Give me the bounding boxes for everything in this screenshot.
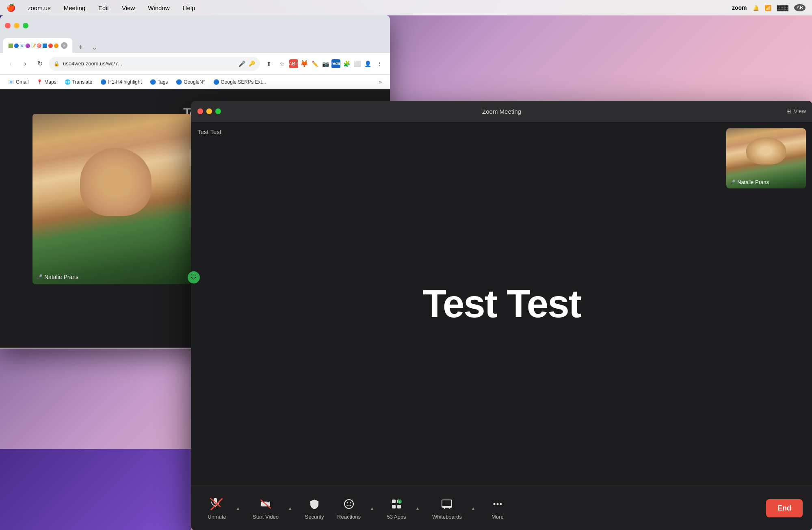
- whiteboards-group: Whiteboards ▲: [426, 493, 481, 523]
- svg-text:+: +: [399, 500, 401, 504]
- user-avatar-icon[interactable]: AB: [794, 4, 806, 11]
- apps-group: + 53 Apps ▲: [380, 493, 426, 523]
- fox-extension[interactable]: 🦊: [300, 59, 309, 68]
- favicon-1: 🟩: [8, 43, 13, 48]
- svg-point-19: [496, 503, 498, 505]
- microphone-muted-icon: [210, 497, 224, 511]
- more-label: More: [492, 514, 504, 520]
- chrome-close-button[interactable]: [5, 23, 11, 28]
- zoom-traffic-lights: [197, 108, 221, 114]
- adblock-extension[interactable]: ABP: [289, 59, 298, 68]
- bookmark-h1h4[interactable]: 🔵 H1-H4 highlight: [97, 78, 145, 87]
- video-group: Start Video ▲: [246, 493, 298, 523]
- video-chevron[interactable]: ▲: [285, 500, 295, 517]
- reactions-emoji-icon: [342, 497, 356, 511]
- maps-icon: 📍: [37, 79, 43, 85]
- whiteboards-icon: [440, 497, 454, 511]
- reactions-group: Reactions ▲: [331, 493, 380, 523]
- forward-button[interactable]: ›: [19, 58, 31, 69]
- zoom-close-button[interactable]: [197, 108, 203, 114]
- new-tab-button[interactable]: +: [75, 41, 86, 53]
- zoom-maximize-button[interactable]: [215, 108, 221, 114]
- chrome-maximize-button[interactable]: [23, 23, 28, 28]
- reactions-chevron[interactable]: ▲: [367, 500, 377, 517]
- whiteboards-chevron[interactable]: ▲: [468, 500, 478, 517]
- end-meeting-button[interactable]: End: [766, 499, 803, 517]
- apps-chevron[interactable]: ▲: [413, 500, 422, 517]
- favicon-3: 📧: [19, 43, 24, 48]
- chrome-menu-button[interactable]: ⋮: [374, 58, 385, 69]
- favicon-5: 📝: [31, 43, 36, 48]
- zoom-main-display-text: Test Test: [422, 281, 580, 326]
- more-button[interactable]: More: [481, 493, 514, 523]
- edit-menu[interactable]: Edit: [96, 4, 111, 12]
- share-button[interactable]: ⬆: [263, 58, 275, 69]
- zoom-main-area: Test Test 🎤 Natalie Prans Test Test: [191, 122, 812, 486]
- microphone-icon[interactable]: 🎤: [238, 61, 245, 67]
- redir-extension[interactable]: redir: [331, 59, 340, 68]
- security-shield-icon: [307, 497, 322, 511]
- serps-icon: 🔵: [213, 79, 219, 85]
- more-dots-icon: [490, 497, 505, 511]
- desktop-accent-area: [0, 449, 191, 530]
- svg-point-5: [344, 500, 353, 508]
- back-button[interactable]: ‹: [5, 58, 16, 69]
- wifi-icon[interactable]: 📶: [765, 5, 771, 11]
- unmute-button[interactable]: Unmute: [201, 493, 233, 523]
- bookmark-more-button[interactable]: »: [376, 78, 385, 87]
- profile-extension[interactable]: 👤: [363, 59, 372, 68]
- bookmark-gmail[interactable]: 📧 Gmail: [5, 78, 32, 87]
- zoom-titlebar: Zoom Meeting ⊞ View: [191, 101, 812, 122]
- view-menu[interactable]: View: [119, 4, 137, 12]
- security-button[interactable]: Security: [298, 493, 331, 523]
- svg-rect-3: [261, 502, 268, 506]
- svg-point-20: [500, 503, 502, 505]
- zoom-thumb-participant-name: 🎤 Natalie Prans: [730, 179, 769, 185]
- address-bar[interactable]: 🔒 us04web.zoom.us/wc/7... 🎤 🔑: [49, 57, 260, 71]
- svg-point-6: [347, 502, 348, 504]
- browser-video-tile: 🎤 Natalie Prans: [32, 114, 191, 284]
- notification-center-icon[interactable]: 🔔: [753, 5, 759, 11]
- puzzle-extension[interactable]: 🧩: [342, 59, 351, 68]
- zoom-minimize-button[interactable]: [206, 108, 212, 114]
- favicon-8: 🔴: [48, 43, 53, 48]
- h1h4-icon: 🔵: [100, 79, 106, 85]
- start-video-button[interactable]: Start Video: [246, 493, 285, 523]
- meeting-menu[interactable]: Meeting: [61, 4, 88, 12]
- chrome-minimize-button[interactable]: [14, 23, 19, 28]
- svg-rect-8: [392, 500, 396, 503]
- gmail-icon: 📧: [8, 79, 14, 85]
- zoom-view-button[interactable]: ⊞ View: [786, 108, 806, 115]
- svg-rect-11: [397, 505, 401, 508]
- window-menu[interactable]: Window: [145, 4, 172, 12]
- bookmark-translate[interactable]: 🌐 Translate: [61, 78, 96, 87]
- unmute-chevron[interactable]: ▲: [233, 500, 243, 517]
- chrome-tabs-bar: 🟩 🔵 📧 🟣 📝 🎯 🟦 🔴 🟠 × + ⌄: [0, 36, 390, 53]
- whiteboards-button[interactable]: Whiteboards: [426, 493, 468, 523]
- key-icon[interactable]: 🔑: [249, 61, 255, 67]
- apps-button[interactable]: + 53 Apps: [380, 493, 413, 523]
- chrome-toolbar-icons: ⬆ ☆ ABP 🦊 ✏️ 📷 redir 🧩 ⬜ 👤 ⋮: [263, 58, 385, 69]
- bookmark-tags[interactable]: 🔵 Tags: [147, 78, 171, 87]
- tab-close-button[interactable]: ×: [61, 42, 67, 49]
- bookmark-serps[interactable]: 🔵 Google SERPs Ext...: [210, 78, 269, 87]
- browser-mute-icon: 🎤: [37, 274, 43, 280]
- bookmark-maps[interactable]: 📍 Maps: [33, 78, 59, 87]
- split-extension[interactable]: ⬜: [353, 59, 362, 68]
- tab-expand-button[interactable]: ⌄: [89, 41, 100, 53]
- browser-participant-name: 🎤 Natalie Prans: [37, 274, 78, 280]
- bookmark-button[interactable]: ☆: [276, 58, 288, 69]
- battery-icon: ▓▓▓: [777, 5, 788, 11]
- chrome-traffic-lights: [5, 23, 28, 28]
- favicon-9: 🟠: [54, 43, 58, 48]
- apple-logo-icon[interactable]: 🍎: [6, 3, 15, 12]
- help-menu[interactable]: Help: [180, 4, 198, 12]
- app-name-menu[interactable]: zoom.us: [25, 4, 53, 12]
- bookmark-googlen[interactable]: 🔵 GoogleN°: [173, 78, 208, 87]
- camera-extension[interactable]: 📷: [321, 59, 330, 68]
- reactions-button[interactable]: Reactions: [331, 493, 367, 523]
- pencil-extension[interactable]: ✏️: [310, 59, 319, 68]
- active-chrome-tab[interactable]: 🟩 🔵 📧 🟣 📝 🎯 🟦 🔴 🟠 ×: [3, 38, 72, 53]
- reload-button[interactable]: ↻: [34, 58, 45, 69]
- unmute-label: Unmute: [208, 514, 226, 520]
